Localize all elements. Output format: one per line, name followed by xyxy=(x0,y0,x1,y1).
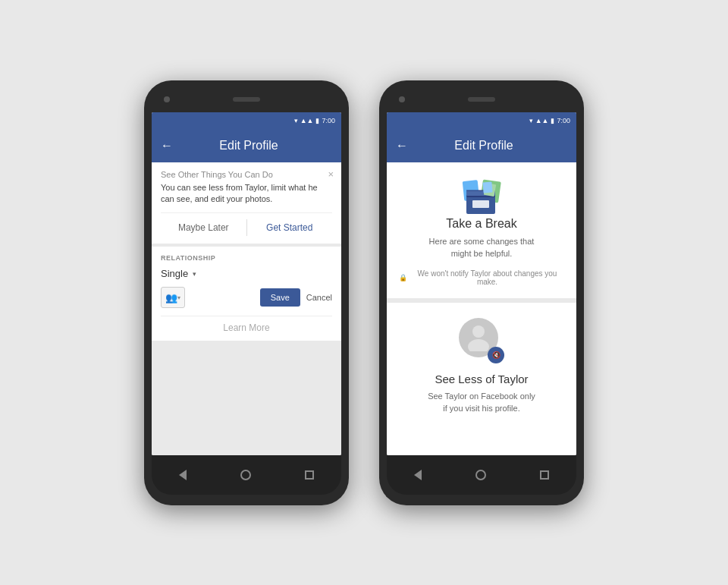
mute-icon: 🔇 xyxy=(492,351,500,359)
take-a-break-section: Take a Break Here are some changes that … xyxy=(387,162,576,303)
battery-icon: ▮ xyxy=(315,117,319,124)
right-screen: ▾ ▲▲ ▮ 7:00 ← Edit Profile xyxy=(387,112,576,455)
wifi-icon-right: ▾ xyxy=(529,117,533,124)
apps-nav-icon-right[interactable] xyxy=(540,470,549,480)
relationship-value: Single xyxy=(161,268,188,279)
app-bar-title-left: Edit Profile xyxy=(180,139,317,153)
bottom-nav-left xyxy=(152,455,341,495)
see-less-subtitle: See Taylor on Facebook only if you visit… xyxy=(428,390,535,415)
speaker-left xyxy=(233,97,260,102)
notification-title: See Other Things You Can Do xyxy=(161,170,332,179)
friend-icon-box[interactable]: 👥 ▾ xyxy=(161,287,185,308)
notification-banner: See Other Things You Can Do × You can se… xyxy=(152,162,341,244)
left-screen: ▾ ▲▲ ▮ 7:00 ← Edit Profile See Other Thi… xyxy=(152,112,341,455)
learn-more-button[interactable]: Learn More xyxy=(161,316,332,333)
save-button[interactable]: Save xyxy=(260,288,300,307)
app-bar-title-right: Edit Profile xyxy=(416,139,552,153)
status-bar-right: ▾ ▲▲ ▮ 7:00 xyxy=(387,112,576,129)
svg-rect-4 xyxy=(472,200,489,208)
lock-icon: 🔒 xyxy=(399,274,407,281)
time-right: 7:00 xyxy=(557,117,570,124)
get-started-button[interactable]: Get Started xyxy=(247,219,333,236)
home-nav-icon-right[interactable] xyxy=(475,470,486,480)
phone-top-left xyxy=(152,91,341,112)
close-icon[interactable]: × xyxy=(328,168,334,180)
archive-icon xyxy=(459,178,504,217)
dropdown-small-arrow: ▾ xyxy=(177,294,180,301)
svg-point-9 xyxy=(468,339,489,351)
left-content-area: See Other Things You Can Do × You can se… xyxy=(152,162,341,455)
wifi-icon: ▾ xyxy=(294,117,298,124)
cancel-button[interactable]: Cancel xyxy=(306,293,332,302)
front-camera-left xyxy=(164,96,170,102)
notification-actions: Maybe Later Get Started xyxy=(161,212,332,236)
see-less-title: See Less of Taylor xyxy=(435,373,528,385)
battery-icon-right: ▮ xyxy=(551,117,554,124)
see-less-section: 🔇 See Less of Taylor See Taylor on Faceb… xyxy=(387,303,576,430)
right-content-area: Take a Break Here are some changes that … xyxy=(387,162,576,455)
back-button-right[interactable]: ← xyxy=(396,139,408,153)
right-phone: ▾ ▲▲ ▮ 7:00 ← Edit Profile xyxy=(379,80,584,505)
signal-icon-right: ▲▲ xyxy=(535,117,549,124)
app-bar-left: ← Edit Profile xyxy=(152,129,341,162)
status-bar-left: ▾ ▲▲ ▮ 7:00 xyxy=(152,112,341,129)
back-nav-icon-right[interactable] xyxy=(414,470,422,480)
svg-point-8 xyxy=(472,326,485,338)
take-a-break-subtitle: Here are some changes that might be help… xyxy=(429,235,535,260)
take-a-break-title: Take a Break xyxy=(446,217,516,231)
relationship-section: RELATIONSHIP Single ▾ 👥 ▾ Save Cancel Le… xyxy=(152,247,341,341)
phone-top-right xyxy=(387,91,576,112)
left-phone: ▾ ▲▲ ▮ 7:00 ← Edit Profile See Other Thi… xyxy=(144,80,349,505)
signal-icon: ▲▲ xyxy=(300,117,314,124)
action-row: 👥 ▾ Save Cancel xyxy=(161,287,332,308)
mute-badge: 🔇 xyxy=(488,347,504,363)
privacy-note: 🔒 We won't notify Taylor about changes y… xyxy=(399,269,564,286)
svg-rect-7 xyxy=(482,181,492,193)
speaker-right xyxy=(468,97,495,102)
apps-nav-icon-left[interactable] xyxy=(305,470,314,480)
maybe-later-button[interactable]: Maybe Later xyxy=(161,219,247,236)
relationship-row: Single ▾ xyxy=(161,268,332,279)
app-bar-right: ← Edit Profile xyxy=(387,129,576,162)
person-silhouette-icon xyxy=(466,324,491,351)
avatar-mute-container: 🔇 xyxy=(459,318,504,363)
back-nav-icon-left[interactable] xyxy=(179,470,187,480)
front-camera-right xyxy=(399,96,405,102)
bottom-nav-right xyxy=(387,455,576,495)
time-left: 7:00 xyxy=(322,117,335,124)
notification-body: You can see less from Taylor, limit what… xyxy=(161,182,332,206)
relationship-label: RELATIONSHIP xyxy=(161,254,332,262)
back-button-left[interactable]: ← xyxy=(161,139,173,153)
friends-icon: 👥 xyxy=(165,292,177,304)
home-nav-icon-left[interactable] xyxy=(240,470,251,480)
dropdown-arrow-icon[interactable]: ▾ xyxy=(193,270,196,278)
